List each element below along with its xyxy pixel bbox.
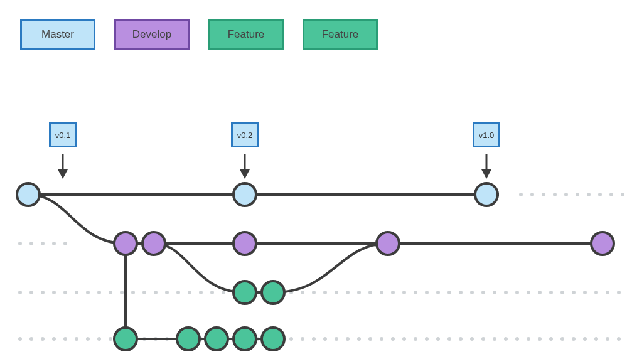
git-flow-diagram (0, 0, 632, 364)
commit-feature2-3 (205, 328, 228, 350)
commit-develop-2 (142, 232, 165, 255)
edge-develop-to-feature1 (154, 244, 245, 292)
tag-arrow-v10 (481, 154, 491, 179)
commit-develop-1 (114, 232, 137, 255)
svg-marker-5 (481, 169, 491, 179)
edge-master-to-develop (28, 195, 126, 244)
commit-develop-5 (591, 232, 614, 255)
svg-marker-3 (240, 169, 250, 179)
svg-marker-1 (58, 169, 68, 179)
tag-arrow-v01 (58, 154, 68, 179)
commit-feature2-5 (262, 328, 284, 350)
commit-master-3 (475, 183, 498, 206)
tag-arrow-v02 (240, 154, 250, 179)
commit-master-1 (17, 183, 40, 206)
commit-feature1-1 (233, 281, 256, 304)
commit-develop-4 (377, 232, 399, 255)
commit-feature2-1 (114, 328, 137, 350)
edge-feature1-to-develop (273, 244, 388, 292)
commit-feature1-2 (262, 281, 284, 304)
commit-feature2-2 (177, 328, 200, 350)
commit-master-2 (233, 183, 256, 206)
commit-feature2-4 (233, 328, 256, 350)
commit-develop-3 (233, 232, 256, 255)
